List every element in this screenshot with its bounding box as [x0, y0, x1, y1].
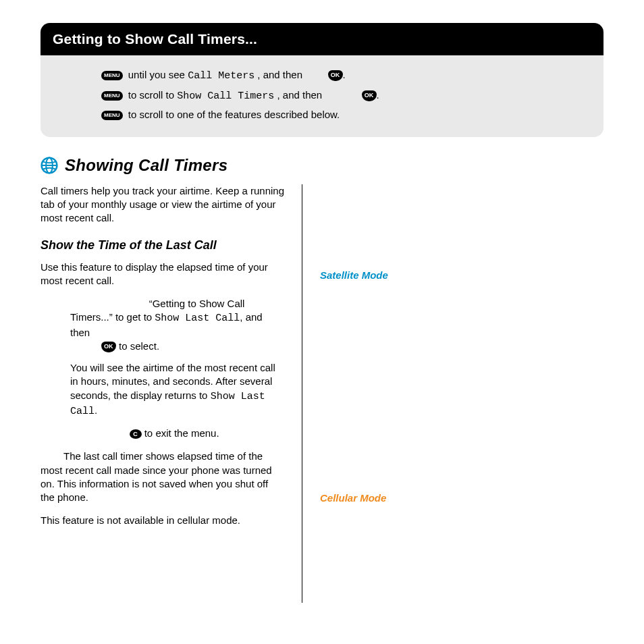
globe-icon	[41, 157, 58, 174]
step-2: MENU to scroll to Show Call Timers , and…	[101, 86, 591, 105]
ok-icon: OK	[101, 342, 116, 352]
step-1-text-b: , and then	[257, 69, 305, 80]
ok-icon: OK	[362, 90, 377, 101]
proc-1m: Show Last Call	[155, 313, 240, 324]
proc-step-1: “Getting to Show Call Timers...” to get …	[70, 297, 284, 353]
na-text: This feature is not available in cellula…	[41, 514, 284, 527]
menu-icon: MENU	[101, 71, 123, 80]
exit-text: to exit the menu.	[144, 427, 219, 439]
menu-icon: MENU	[101, 91, 123, 101]
intro-text: Call timers help you track your airtime.…	[41, 184, 284, 225]
section-title: Showing Call Timers	[65, 156, 227, 175]
right-column: Satellite Mode Cellular Mode	[302, 184, 603, 603]
step-2-mono: Show Call Timers	[177, 90, 274, 102]
proc-exit: C to exit the menu.	[70, 427, 284, 440]
step-3: MENU to scroll to one of the features de…	[101, 106, 591, 124]
p-use-feature: Use this feature to display the elapsed …	[41, 261, 284, 288]
step-2-text-a: to scroll to	[128, 89, 178, 101]
c-icon: C	[130, 429, 142, 439]
header-bar: Getting to Show Call Timers...	[41, 23, 603, 55]
cellular-mode-label: Cellular Mode	[320, 492, 386, 504]
subheading-last-call: Show the Time of the Last Call	[41, 237, 284, 253]
ok-icon: OK	[328, 70, 343, 81]
satellite-mode-label: Satellite Mode	[320, 269, 388, 281]
steps-box: MENU until you see Call Meters , and the…	[41, 55, 603, 137]
step-3-text: to scroll to one of the features describ…	[128, 109, 340, 120]
step-1-text-a: until you see	[128, 69, 188, 80]
proc-result: You will see the airtime of the most rec…	[70, 361, 284, 419]
res-b: .	[95, 404, 97, 416]
proc-1c: to select.	[119, 340, 159, 352]
note-text: The last call timer shows elapsed time o…	[41, 450, 284, 504]
header-title: Getting to Show Call Timers...	[53, 31, 257, 47]
step-1: MENU until you see Call Meters , and the…	[101, 66, 591, 85]
left-column: Call timers help you track your airtime.…	[41, 184, 284, 603]
step-1-mono: Call Meters	[188, 70, 254, 82]
section-heading: Showing Call Timers	[41, 156, 603, 175]
menu-icon: MENU	[101, 111, 123, 120]
procedure-block: “Getting to Show Call Timers...” to get …	[70, 297, 284, 440]
step-2-text-b: , and then	[277, 89, 325, 101]
